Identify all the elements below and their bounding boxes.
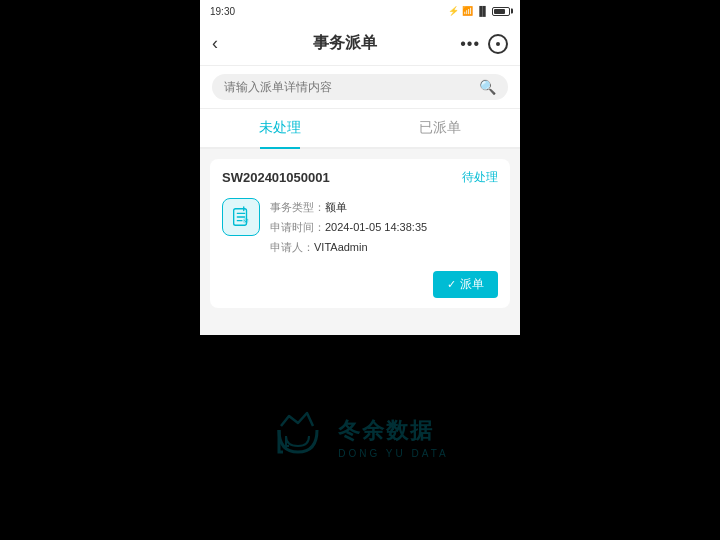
search-icon: 🔍 [479, 79, 496, 95]
signal-icon: ▐▌ [476, 6, 489, 16]
brand-watermark: 冬余数据 DONG YU DATA [271, 408, 448, 467]
wifi-icon: 📶 [462, 6, 473, 16]
dispatch-check-icon: ✓ [447, 278, 456, 291]
dispatch-label: 派单 [460, 276, 484, 293]
card-header: SW202401050001 待处理 [210, 159, 510, 192]
page-title: 事务派单 [242, 33, 448, 54]
task-type-row: 事务类型：额单 [270, 198, 498, 218]
battery-indicator [492, 7, 510, 16]
brand-logo-icon [271, 408, 326, 467]
bluetooth-icon: ⚡ [448, 6, 459, 16]
status-icons: ⚡ 📶 ▐▌ [448, 6, 510, 16]
task-time-row: 申请时间：2024-01-05 14:38:35 [270, 218, 498, 238]
task-card: SW202401050001 待处理 事务类型：额单 [210, 159, 510, 308]
more-options-button[interactable]: ••• [460, 35, 480, 53]
task-status[interactable]: 待处理 [462, 169, 498, 186]
watermark-area: 冬余数据 DONG YU DATA [200, 335, 520, 541]
card-body: 事务类型：额单 申请时间：2024-01-05 14:38:35 申请人：VIT… [210, 192, 510, 267]
type-value: 额单 [325, 201, 347, 213]
search-input-wrapper: 🔍 [212, 74, 508, 100]
tab-dispatched[interactable]: 已派单 [360, 109, 520, 147]
time-value: 2024-01-05 14:38:35 [325, 221, 427, 233]
tabs-bar: 未处理 已派单 [200, 109, 520, 149]
status-time: 19:30 [210, 6, 235, 17]
dispatch-button[interactable]: ✓ 派单 [433, 271, 498, 298]
header-actions: ••• [448, 34, 508, 54]
tab-pending[interactable]: 未处理 [200, 109, 360, 147]
search-input[interactable] [224, 80, 473, 94]
task-number: SW202401050001 [222, 170, 330, 185]
back-button[interactable]: ‹ [212, 33, 242, 54]
content-area: SW202401050001 待处理 事务类型：额单 [200, 149, 520, 335]
brand-text: 冬余数据 DONG YU DATA [338, 416, 448, 459]
brand-en-text: DONG YU DATA [338, 448, 448, 459]
time-label: 申请时间： [270, 221, 325, 233]
app-header: ‹ 事务派单 ••• [200, 22, 520, 66]
applicant-label: 申请人： [270, 241, 314, 253]
applicant-value: VITAadmin [314, 241, 368, 253]
status-bar: 19:30 ⚡ 📶 ▐▌ [200, 0, 520, 22]
task-applicant-row: 申请人：VITAadmin [270, 238, 498, 258]
svg-point-1 [243, 218, 249, 224]
task-info: 事务类型：额单 申请时间：2024-01-05 14:38:35 申请人：VIT… [270, 198, 498, 257]
brand-cn-text: 冬余数据 [338, 416, 448, 446]
target-icon[interactable] [488, 34, 508, 54]
task-icon [222, 198, 260, 236]
search-bar: 🔍 [200, 66, 520, 109]
type-label: 事务类型： [270, 201, 325, 213]
card-footer: ✓ 派单 [210, 267, 510, 308]
